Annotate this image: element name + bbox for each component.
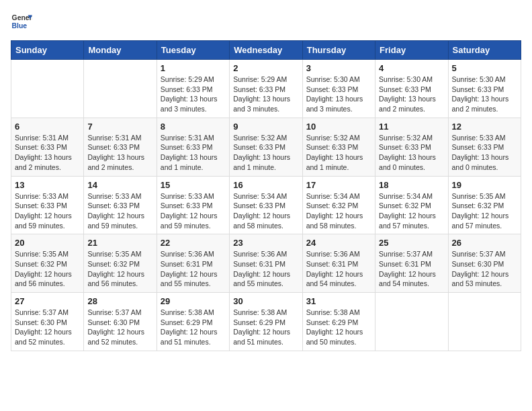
header-thursday: Thursday bbox=[302, 41, 375, 60]
cell-w2-d4: 10Sunrise: 5:32 AMSunset: 6:33 PMDayligh… bbox=[302, 118, 375, 176]
cell-w5-d2: 29Sunrise: 5:38 AMSunset: 6:29 PMDayligh… bbox=[157, 293, 229, 351]
header-monday: Monday bbox=[84, 41, 157, 60]
day-number: 27 bbox=[15, 296, 80, 306]
cell-w3-d1: 14Sunrise: 5:33 AMSunset: 6:33 PMDayligh… bbox=[84, 176, 157, 234]
week-row-4: 20Sunrise: 5:35 AMSunset: 6:32 PMDayligh… bbox=[11, 234, 521, 293]
svg-text:Blue: Blue bbox=[12, 22, 28, 30]
day-number: 8 bbox=[161, 122, 226, 132]
day-info: Sunrise: 5:37 AMSunset: 6:30 PMDaylight:… bbox=[87, 308, 152, 347]
cell-w5-d0: 27Sunrise: 5:37 AMSunset: 6:30 PMDayligh… bbox=[11, 293, 84, 351]
day-number: 13 bbox=[15, 180, 80, 190]
day-info: Sunrise: 5:38 AMSunset: 6:29 PMDaylight:… bbox=[161, 308, 226, 347]
day-info: Sunrise: 5:38 AMSunset: 6:29 PMDaylight:… bbox=[233, 308, 298, 347]
cell-w1-d6: 5Sunrise: 5:30 AMSunset: 6:33 PMDaylight… bbox=[448, 60, 521, 118]
day-number: 19 bbox=[452, 180, 517, 190]
cell-w4-d2: 22Sunrise: 5:36 AMSunset: 6:31 PMDayligh… bbox=[157, 234, 229, 293]
cell-w3-d2: 15Sunrise: 5:33 AMSunset: 6:33 PMDayligh… bbox=[157, 176, 229, 234]
cell-w1-d0 bbox=[11, 60, 84, 118]
header-wednesday: Wednesday bbox=[230, 41, 302, 60]
day-number: 2 bbox=[233, 63, 298, 73]
calendar-header-row: SundayMondayTuesdayWednesdayThursdayFrid… bbox=[11, 41, 521, 60]
cell-w5-d1: 28Sunrise: 5:37 AMSunset: 6:30 PMDayligh… bbox=[84, 293, 157, 351]
day-number: 23 bbox=[233, 238, 298, 248]
cell-w4-d6: 26Sunrise: 5:37 AMSunset: 6:30 PMDayligh… bbox=[448, 234, 521, 293]
day-number: 25 bbox=[379, 238, 444, 248]
day-info: Sunrise: 5:29 AMSunset: 6:33 PMDaylight:… bbox=[233, 75, 298, 114]
day-info: Sunrise: 5:34 AMSunset: 6:32 PMDaylight:… bbox=[379, 191, 444, 231]
cell-w4-d5: 25Sunrise: 5:37 AMSunset: 6:31 PMDayligh… bbox=[375, 234, 448, 293]
page-header: General Blue bbox=[11, 11, 521, 32]
day-number: 14 bbox=[87, 180, 152, 190]
day-info: Sunrise: 5:36 AMSunset: 6:31 PMDaylight:… bbox=[306, 249, 371, 289]
week-row-1: 1Sunrise: 5:29 AMSunset: 6:33 PMDaylight… bbox=[11, 60, 521, 118]
week-row-2: 6Sunrise: 5:31 AMSunset: 6:33 PMDaylight… bbox=[11, 118, 521, 176]
cell-w4-d3: 23Sunrise: 5:36 AMSunset: 6:31 PMDayligh… bbox=[230, 234, 302, 293]
cell-w5-d5 bbox=[375, 293, 448, 351]
day-number: 15 bbox=[161, 180, 226, 190]
cell-w2-d5: 11Sunrise: 5:32 AMSunset: 6:33 PMDayligh… bbox=[375, 118, 448, 176]
cell-w3-d0: 13Sunrise: 5:33 AMSunset: 6:33 PMDayligh… bbox=[11, 176, 84, 234]
day-number: 31 bbox=[306, 296, 371, 306]
day-number: 4 bbox=[379, 63, 444, 73]
cell-w2-d0: 6Sunrise: 5:31 AMSunset: 6:33 PMDaylight… bbox=[11, 118, 84, 176]
cell-w1-d1 bbox=[84, 60, 157, 118]
day-number: 10 bbox=[306, 122, 371, 132]
day-info: Sunrise: 5:31 AMSunset: 6:33 PMDaylight:… bbox=[87, 133, 152, 173]
cell-w2-d1: 7Sunrise: 5:31 AMSunset: 6:33 PMDaylight… bbox=[84, 118, 157, 176]
day-number: 16 bbox=[233, 180, 298, 190]
day-info: Sunrise: 5:29 AMSunset: 6:33 PMDaylight:… bbox=[161, 75, 226, 114]
cell-w4-d1: 21Sunrise: 5:35 AMSunset: 6:32 PMDayligh… bbox=[84, 234, 157, 293]
day-number: 3 bbox=[306, 63, 371, 73]
day-info: Sunrise: 5:36 AMSunset: 6:31 PMDaylight:… bbox=[233, 249, 298, 289]
cell-w2-d6: 12Sunrise: 5:33 AMSunset: 6:33 PMDayligh… bbox=[448, 118, 521, 176]
cell-w1-d2: 1Sunrise: 5:29 AMSunset: 6:33 PMDaylight… bbox=[157, 60, 229, 118]
logo-icon: General Blue bbox=[11, 11, 32, 32]
day-info: Sunrise: 5:35 AMSunset: 6:32 PMDaylight:… bbox=[87, 249, 152, 289]
cell-w1-d5: 4Sunrise: 5:30 AMSunset: 6:33 PMDaylight… bbox=[375, 60, 448, 118]
calendar-table: SundayMondayTuesdayWednesdayThursdayFrid… bbox=[11, 40, 521, 351]
day-info: Sunrise: 5:35 AMSunset: 6:32 PMDaylight:… bbox=[15, 249, 80, 289]
day-info: Sunrise: 5:33 AMSunset: 6:33 PMDaylight:… bbox=[452, 133, 517, 173]
day-info: Sunrise: 5:34 AMSunset: 6:33 PMDaylight:… bbox=[233, 191, 298, 231]
header-sunday: Sunday bbox=[11, 41, 84, 60]
day-info: Sunrise: 5:33 AMSunset: 6:33 PMDaylight:… bbox=[87, 191, 152, 231]
day-number: 6 bbox=[15, 122, 80, 132]
cell-w3-d4: 17Sunrise: 5:34 AMSunset: 6:32 PMDayligh… bbox=[302, 176, 375, 234]
day-number: 28 bbox=[87, 296, 152, 306]
day-number: 5 bbox=[452, 63, 517, 73]
cell-w4-d4: 24Sunrise: 5:36 AMSunset: 6:31 PMDayligh… bbox=[302, 234, 375, 293]
day-info: Sunrise: 5:32 AMSunset: 6:33 PMDaylight:… bbox=[233, 133, 298, 173]
week-row-3: 13Sunrise: 5:33 AMSunset: 6:33 PMDayligh… bbox=[11, 176, 521, 234]
cell-w5-d6 bbox=[448, 293, 521, 351]
day-number: 17 bbox=[306, 180, 371, 190]
day-number: 21 bbox=[87, 238, 152, 248]
cell-w3-d6: 19Sunrise: 5:35 AMSunset: 6:32 PMDayligh… bbox=[448, 176, 521, 234]
day-number: 11 bbox=[379, 122, 444, 132]
day-info: Sunrise: 5:34 AMSunset: 6:32 PMDaylight:… bbox=[306, 191, 371, 231]
day-number: 9 bbox=[233, 122, 298, 132]
day-number: 22 bbox=[161, 238, 226, 248]
logo: General Blue bbox=[11, 11, 32, 32]
day-info: Sunrise: 5:36 AMSunset: 6:31 PMDaylight:… bbox=[161, 249, 226, 289]
day-info: Sunrise: 5:32 AMSunset: 6:33 PMDaylight:… bbox=[379, 133, 444, 173]
header-tuesday: Tuesday bbox=[157, 41, 229, 60]
day-number: 24 bbox=[306, 238, 371, 248]
day-info: Sunrise: 5:37 AMSunset: 6:31 PMDaylight:… bbox=[379, 249, 444, 289]
day-info: Sunrise: 5:35 AMSunset: 6:32 PMDaylight:… bbox=[452, 191, 517, 231]
cell-w3-d3: 16Sunrise: 5:34 AMSunset: 6:33 PMDayligh… bbox=[230, 176, 302, 234]
day-number: 29 bbox=[161, 296, 226, 306]
cell-w5-d4: 31Sunrise: 5:38 AMSunset: 6:29 PMDayligh… bbox=[302, 293, 375, 351]
day-number: 7 bbox=[87, 122, 152, 132]
day-info: Sunrise: 5:37 AMSunset: 6:30 PMDaylight:… bbox=[452, 249, 517, 289]
day-number: 12 bbox=[452, 122, 517, 132]
day-info: Sunrise: 5:30 AMSunset: 6:33 PMDaylight:… bbox=[306, 75, 371, 114]
cell-w3-d5: 18Sunrise: 5:34 AMSunset: 6:32 PMDayligh… bbox=[375, 176, 448, 234]
day-info: Sunrise: 5:31 AMSunset: 6:33 PMDaylight:… bbox=[15, 133, 80, 173]
header-saturday: Saturday bbox=[448, 41, 521, 60]
day-info: Sunrise: 5:38 AMSunset: 6:29 PMDaylight:… bbox=[306, 308, 371, 347]
day-info: Sunrise: 5:31 AMSunset: 6:33 PMDaylight:… bbox=[161, 133, 226, 173]
cell-w1-d4: 3Sunrise: 5:30 AMSunset: 6:33 PMDaylight… bbox=[302, 60, 375, 118]
week-row-5: 27Sunrise: 5:37 AMSunset: 6:30 PMDayligh… bbox=[11, 293, 521, 351]
cell-w4-d0: 20Sunrise: 5:35 AMSunset: 6:32 PMDayligh… bbox=[11, 234, 84, 293]
day-info: Sunrise: 5:33 AMSunset: 6:33 PMDaylight:… bbox=[161, 191, 226, 231]
